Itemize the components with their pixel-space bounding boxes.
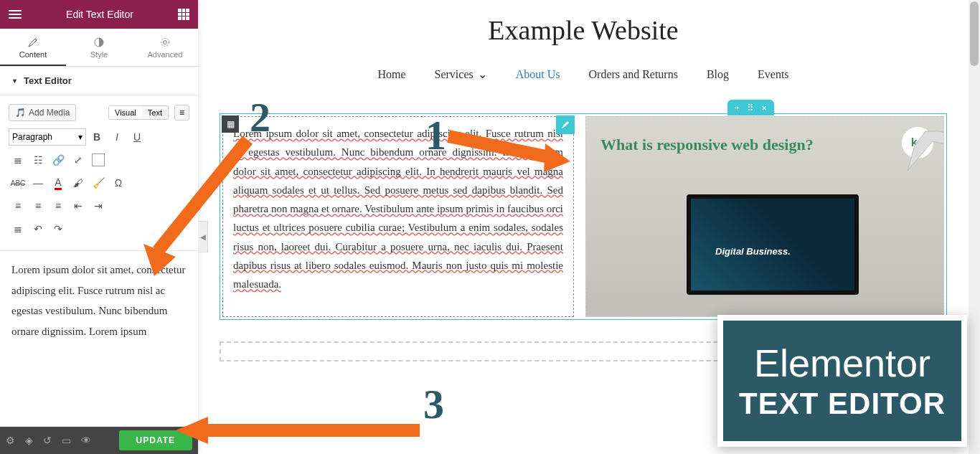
indent-button[interactable]: ⇥ xyxy=(89,196,108,216)
chevron-down-icon: ⌄ xyxy=(478,67,487,81)
badge-line1: Elementor xyxy=(739,341,946,385)
settings-icon[interactable]: ⚙ xyxy=(6,435,15,446)
clear-format-button[interactable]: 🧹 xyxy=(89,173,108,193)
chevron-down-icon: ▾ xyxy=(78,132,83,142)
image-widget[interactable]: What is responsive web design? kd Digita… xyxy=(585,116,944,317)
nav-blog[interactable]: Blog xyxy=(707,67,729,81)
lamp-illustration xyxy=(900,116,944,174)
preview-icon[interactable]: 👁 xyxy=(81,435,91,446)
widgets-icon[interactable] xyxy=(178,9,189,20)
annotation-1: 1 xyxy=(425,111,446,159)
tab-style-label: Style xyxy=(90,50,108,59)
mode-visual[interactable]: Visual xyxy=(109,106,142,119)
pencil-icon xyxy=(28,37,38,47)
distraction-free-icon[interactable]: ≡ xyxy=(174,105,189,120)
paragraph-select-label: Paragraph xyxy=(12,132,52,142)
italic-button[interactable]: I xyxy=(108,127,126,147)
undo-button[interactable]: ↶ xyxy=(29,219,47,239)
arrow-3 xyxy=(172,412,423,448)
column-handle-icon[interactable]: ▦ xyxy=(222,115,239,133)
paragraph-select[interactable]: Paragraph ▾ xyxy=(9,128,86,146)
menu-icon[interactable] xyxy=(9,8,22,21)
editor-mode-tabs: Visual Text xyxy=(108,105,169,120)
responsive-icon[interactable]: ▭ xyxy=(62,435,71,446)
drag-icon[interactable]: ⠿ xyxy=(747,103,754,113)
panel-title: Edit Text Editor xyxy=(22,9,178,20)
panel-tabs: Content Style Advanced xyxy=(0,29,198,67)
nav-orders[interactable]: Orders and Returns xyxy=(589,67,678,81)
link-button[interactable]: 🔗 xyxy=(49,150,67,170)
tab-style[interactable]: Style xyxy=(66,29,132,66)
hr-button[interactable]: — xyxy=(29,173,47,193)
devices-illustration: Digital Business. xyxy=(622,194,908,302)
tab-advanced-label: Advanced xyxy=(148,50,183,59)
tab-advanced[interactable]: Advanced xyxy=(132,29,198,66)
page-scrollbar[interactable] xyxy=(969,0,980,454)
panel-footer: ⚙ ◈ ↺ ▭ 👁 UPDATE xyxy=(0,427,198,454)
mode-text[interactable]: Text xyxy=(142,106,168,119)
canvas: + ⠿ × ▦ Lorem ipsum dolor sit amet, cons… xyxy=(198,92,969,320)
nav-events[interactable]: Events xyxy=(758,67,789,81)
media-icon: 🎵 xyxy=(15,108,26,118)
redo-button[interactable]: ↷ xyxy=(49,219,67,239)
nav-services[interactable]: Services ⌄ xyxy=(435,67,487,81)
align-left-button[interactable]: ≡ xyxy=(9,196,27,216)
svg-point-1 xyxy=(164,41,167,44)
annotation-2: 2 xyxy=(250,93,270,141)
special-char-button[interactable]: Ω xyxy=(109,173,128,193)
site-title: Example Website xyxy=(198,0,969,53)
fullscreen-button[interactable]: ⤢ xyxy=(69,150,88,170)
nav-about[interactable]: About Us xyxy=(516,67,560,81)
arrow-1 xyxy=(445,126,574,176)
section-outline[interactable]: + ⠿ × ▦ Lorem ipsum dolor sit amet, cons… xyxy=(220,113,947,320)
align-right-button[interactable]: ≡ xyxy=(49,196,67,216)
site-nav: Home Services ⌄ About Us Orders and Retu… xyxy=(198,53,969,92)
section-handle[interactable]: + ⠿ × xyxy=(727,100,774,115)
style-icon xyxy=(94,37,104,47)
text-color-button[interactable] xyxy=(89,150,108,170)
number-list-button[interactable]: ☷ xyxy=(29,150,47,170)
bullet-list-button[interactable]: ≣ xyxy=(9,150,27,170)
outdent-button[interactable]: ⇤ xyxy=(69,196,88,216)
add-media-label: Add Media xyxy=(29,108,70,118)
strike-button[interactable]: ABC xyxy=(9,173,27,193)
arrow-2 xyxy=(136,136,258,280)
bold-button[interactable]: B xyxy=(88,127,106,147)
badge-line2: TEXT EDITOR xyxy=(739,387,946,421)
close-icon[interactable]: × xyxy=(761,103,767,113)
plus-icon[interactable]: + xyxy=(735,103,740,113)
annotation-3: 3 xyxy=(423,380,444,428)
nav-services-label: Services xyxy=(435,68,473,81)
gear-icon xyxy=(160,37,170,47)
tab-content-label: Content xyxy=(19,50,47,59)
history-icon[interactable]: ↺ xyxy=(43,435,52,446)
banner-headline: What is responsive web design? xyxy=(600,136,814,154)
section-label: Text Editor xyxy=(24,75,72,86)
text-color-a-button[interactable]: A xyxy=(49,173,67,193)
title-badge: Elementor TEXT EDITOR xyxy=(717,315,967,447)
align-justify-button[interactable]: ≣ xyxy=(9,219,27,239)
tab-content[interactable]: Content xyxy=(0,29,66,66)
bg-color-button[interactable]: 🖌 xyxy=(69,173,88,193)
banner-subtext: Digital Business. xyxy=(715,246,791,257)
nav-home[interactable]: Home xyxy=(377,67,405,81)
align-center-button[interactable]: ≡ xyxy=(29,196,47,216)
navigator-icon[interactable]: ◈ xyxy=(25,435,33,446)
svg-point-2 xyxy=(161,39,169,47)
section-text-editor[interactable]: Text Editor xyxy=(0,67,198,95)
add-media-button[interactable]: 🎵 Add Media xyxy=(9,104,76,121)
panel-header: Edit Text Editor xyxy=(0,0,198,29)
